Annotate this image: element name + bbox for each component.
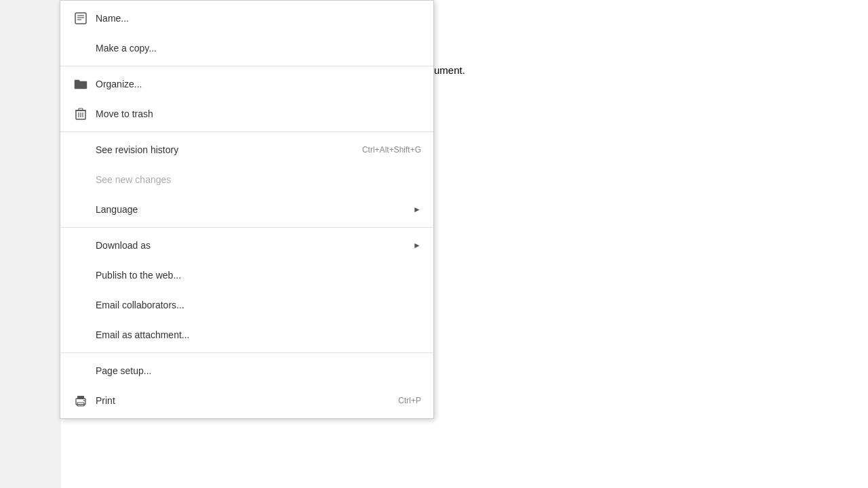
divider-4: [60, 352, 433, 353]
menu-item-rename[interactable]: Name...: [60, 3, 433, 33]
email-collaborators-icon-spacer: [73, 297, 89, 313]
svg-point-13: [83, 400, 85, 401]
new-changes-icon-spacer: [73, 171, 89, 188]
divider-1: [60, 66, 433, 66]
context-menu: Name... Make a copy... Organize... Mov: [60, 0, 434, 419]
rename-label: Name...: [96, 13, 129, 24]
print-shortcut: Ctrl+P: [371, 396, 421, 405]
menu-item-make-copy[interactable]: Make a copy...: [60, 33, 433, 63]
print-label: Print: [96, 395, 115, 406]
menu-item-publish-to-web[interactable]: Publish to the web...: [60, 260, 433, 290]
left-sidebar: [0, 0, 61, 488]
trash-icon: [73, 106, 89, 122]
menu-item-see-revision-history[interactable]: See revision history Ctrl+Alt+Shift+G: [60, 135, 433, 165]
organize-label: Organize...: [96, 79, 142, 89]
language-icon-spacer: [73, 201, 89, 218]
email-attachment-icon-spacer: [73, 327, 89, 343]
menu-item-move-to-trash[interactable]: Move to trash: [60, 99, 433, 129]
make-copy-icon-spacer: [73, 40, 89, 56]
divider-3: [60, 227, 433, 228]
menu-item-organize[interactable]: Organize...: [60, 69, 433, 99]
download-as-icon-spacer: [73, 237, 89, 253]
make-copy-label: Make a copy...: [96, 43, 157, 54]
language-arrow-icon: ►: [413, 205, 421, 214]
svg-rect-0: [75, 13, 86, 24]
folder-icon: [73, 76, 89, 92]
page-setup-label: Page setup...: [96, 365, 152, 376]
svg-rect-11: [77, 396, 84, 399]
print-icon: [73, 392, 89, 409]
revision-history-icon-spacer: [73, 142, 89, 158]
menu-item-email-as-attachment[interactable]: Email as attachment...: [60, 320, 433, 350]
menu-item-language[interactable]: Language ►: [60, 195, 433, 224]
download-as-label: Download as: [96, 240, 151, 251]
see-new-changes-label: See new changes: [96, 174, 171, 185]
email-as-attachment-label: Email as attachment...: [96, 329, 190, 340]
email-collaborators-label: Email collaborators...: [96, 300, 184, 310]
publish-icon-spacer: [73, 267, 89, 283]
see-revision-history-label: See revision history: [96, 144, 178, 155]
menu-item-page-setup[interactable]: Page setup...: [60, 356, 433, 386]
svg-rect-6: [79, 108, 83, 110]
document-text: ument.: [434, 64, 465, 76]
menu-item-see-new-changes: See new changes: [60, 165, 433, 195]
divider-2: [60, 131, 433, 132]
menu-item-download-as[interactable]: Download as ►: [60, 230, 433, 260]
menu-item-email-collaborators[interactable]: Email collaborators...: [60, 290, 433, 320]
move-to-trash-label: Move to trash: [96, 108, 153, 119]
revision-history-shortcut: Ctrl+Alt+Shift+G: [335, 145, 421, 155]
download-as-arrow-icon: ►: [413, 241, 421, 250]
publish-to-web-label: Publish to the web...: [96, 270, 181, 281]
rename-icon: [73, 10, 89, 26]
language-label: Language: [96, 204, 138, 215]
page-setup-icon-spacer: [73, 363, 89, 379]
menu-item-print[interactable]: Print Ctrl+P: [60, 386, 433, 415]
